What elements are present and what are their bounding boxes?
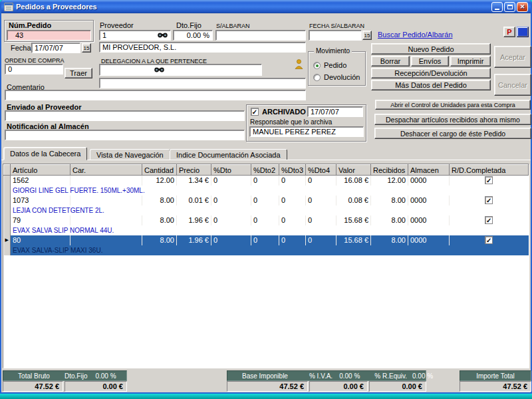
completada-checkbox[interactable]: ✓ (485, 236, 493, 244)
cell-dto2[interactable]: 0 (251, 176, 279, 186)
calendar-icon[interactable]: 15 (82, 43, 91, 53)
cell-articulo[interactable]: 1562 (11, 176, 70, 186)
buscar-pedido-link[interactable]: Buscar Pedido/Albarán (378, 31, 453, 39)
calendar-icon[interactable]: 15 (362, 31, 372, 40)
deshacer-cargo-button[interactable]: Deshacer el cargo de éste Pedido (374, 128, 531, 139)
cell-recibidos[interactable]: 8.00 (371, 215, 408, 225)
cancelar-button[interactable]: Cancelar (494, 74, 531, 96)
borrar-button[interactable]: Borrar (371, 56, 410, 66)
close-button[interactable]: ✕ (517, 2, 528, 12)
responsable-input[interactable]: MANUEL PEREZ PEREZ (249, 126, 364, 137)
num-pedido-input[interactable]: 43 (7, 30, 91, 41)
completada-checkbox[interactable]: ✓ (485, 176, 493, 184)
cell-articulo[interactable]: 1073 (11, 196, 70, 205)
grid-row[interactable]: 156212.001.34 €000016.08 €12.000000✓ (4, 176, 529, 186)
cell-valor[interactable]: 15.68 € (336, 215, 371, 225)
grid-row[interactable]: 10738.000.01 €00000.08 €8.000000✓ (4, 196, 529, 205)
s-albaran-input[interactable] (215, 30, 306, 41)
column-header[interactable]: Precio (177, 165, 211, 176)
cell-recibidos[interactable]: 8.00 (371, 235, 408, 245)
cell-recibidos[interactable]: 12.00 (371, 176, 408, 186)
cell-almacen[interactable]: 0000 (408, 235, 450, 245)
row-selector[interactable] (4, 196, 11, 205)
notificacion-input[interactable] (5, 130, 245, 140)
column-header[interactable]: Valor (336, 165, 371, 176)
person-icon[interactable] (295, 59, 303, 69)
traer-button[interactable]: Traer (65, 68, 92, 78)
cell-precio[interactable]: 1.34 € (177, 176, 211, 186)
binoculars-icon[interactable] (154, 66, 164, 73)
maximize-button[interactable] (504, 2, 515, 12)
archivado-checkbox[interactable]: ✓ (251, 108, 259, 116)
column-header[interactable]: Recibidos (371, 165, 408, 176)
p-button[interactable]: P (503, 27, 515, 37)
cell-valor[interactable]: 15.68 € (336, 235, 371, 245)
cell-cantidad[interactable]: 8.00 (142, 215, 177, 225)
cell-dto[interactable]: 0 (211, 176, 251, 186)
dto-fijo-input[interactable]: 0.00 % (173, 30, 213, 41)
cell-valor[interactable]: 0.08 € (336, 196, 371, 205)
radio-pedido-circle[interactable] (313, 62, 321, 69)
envios-button[interactable]: Envíos (411, 56, 449, 66)
orden-compra-input[interactable]: 0 (5, 64, 63, 74)
blue-square-button[interactable] (517, 27, 529, 37)
cell-articulo[interactable]: 80 (11, 235, 70, 245)
cell-dto4[interactable]: 0 (306, 196, 336, 205)
cell-car[interactable] (70, 196, 142, 205)
aceptar-button[interactable]: Aceptar (494, 46, 531, 68)
cell-dto3[interactable]: 0 (279, 215, 306, 225)
cell-car[interactable] (70, 176, 142, 186)
cell-almacen[interactable]: 0000 (408, 196, 450, 205)
column-header[interactable]: Car. (70, 165, 142, 176)
delegacion-input[interactable] (99, 64, 262, 76)
archivado-fecha-input[interactable]: 17/07/07 (307, 106, 363, 117)
cell-car[interactable] (70, 215, 142, 225)
cell-dto3[interactable]: 0 (279, 196, 306, 205)
cell-precio[interactable]: 0.01 € (177, 196, 211, 205)
delegacion-name-input[interactable] (99, 78, 306, 88)
tab-indice-documentacion[interactable]: Indice Documentación Asociada (170, 149, 287, 160)
cell-dto[interactable]: 0 (211, 196, 251, 205)
cell-dto[interactable]: 0 (211, 215, 251, 225)
cell-dto2[interactable]: 0 (251, 235, 279, 245)
cell-cantidad[interactable]: 8.00 (142, 196, 177, 205)
cell-dto3[interactable]: 0 (279, 176, 306, 186)
proveedor-name-input[interactable]: MI PROVEEDOR, S.L. (99, 42, 306, 53)
column-header[interactable]: %Dto2 (251, 165, 279, 176)
column-header[interactable]: R/D.Completada (450, 165, 529, 176)
cell-valor[interactable]: 16.08 € (336, 176, 371, 186)
grid-row-description[interactable]: EVAX SALVA SLIP NORMAL 44U. (4, 225, 529, 235)
radio-pedido[interactable]: Pedido (313, 61, 346, 69)
cell-articulo[interactable]: 79 (11, 215, 70, 225)
cell-dto2[interactable]: 0 (251, 215, 279, 225)
radio-devolucion[interactable]: Devolución (313, 73, 360, 81)
column-header[interactable]: %Dto3 (279, 165, 306, 176)
cell-precio[interactable]: 1.96 € (177, 215, 211, 225)
enviado-input[interactable] (5, 110, 245, 121)
row-selector[interactable]: ▶ (4, 235, 11, 245)
grid-row-description[interactable]: GIORGI LINE GEL FUERTE. 150ML.+30ML. (4, 186, 529, 196)
grid-row[interactable]: ▶808.001.96 €000015.68 €8.000000✓ (4, 235, 529, 245)
column-header[interactable]: %Dto (211, 165, 251, 176)
radio-devolucion-circle[interactable] (313, 74, 321, 81)
grid-row[interactable]: 798.001.96 €000015.68 €8.000000✓ (4, 215, 529, 225)
cell-dto3[interactable]: 0 (279, 235, 306, 245)
binoculars-icon[interactable] (158, 32, 168, 39)
cell-precio[interactable]: 1.96 € (177, 235, 211, 245)
grid-row-description[interactable]: LEJIA CON DETETGENTE 2L. (4, 205, 529, 215)
cell-cantidad[interactable]: 8.00 (142, 235, 177, 245)
titlebar[interactable]: Pedidos a Proveedores ✕ (1, 0, 531, 13)
row-selector[interactable] (4, 215, 11, 225)
column-header[interactable]: %Dto4 (306, 165, 336, 176)
column-header[interactable]: Almacen (408, 165, 450, 176)
abrir-control-unidades-button[interactable]: Abrir el Control de Unidades para esta C… (375, 100, 531, 110)
cell-dto[interactable]: 0 (211, 235, 251, 245)
cell-cantidad[interactable]: 12.00 (142, 176, 177, 186)
recepcion-devolucion-button[interactable]: Recepción/Devolución (371, 68, 491, 78)
completada-checkbox[interactable]: ✓ (485, 216, 493, 224)
mas-datos-button[interactable]: Más Datos del Pedido (371, 80, 491, 90)
cell-almacen[interactable]: 0000 (408, 176, 450, 186)
column-header[interactable]: Cantidad (142, 165, 177, 176)
grid-row-description[interactable]: EVAX SALVA-SLIP MAXI 36U. (4, 245, 529, 255)
cell-dto4[interactable]: 0 (306, 215, 336, 225)
